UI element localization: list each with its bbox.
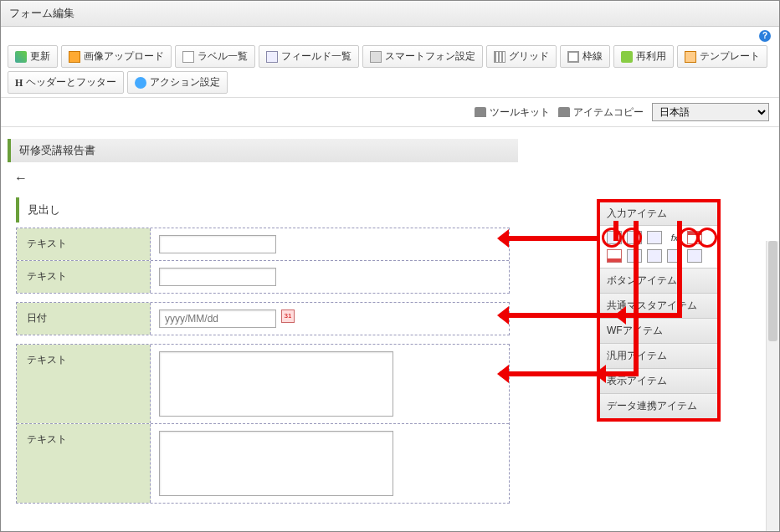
main-canvas: 研修受講報告書 ← 見出し テキスト テキスト 日付	[1, 127, 779, 524]
image-icon	[69, 51, 80, 63]
field-icon	[266, 51, 278, 63]
field-label: テキスト	[17, 424, 151, 503]
text-input[interactable]	[159, 235, 276, 253]
window-title: フォーム編集	[1, 1, 779, 27]
field-group-1: テキスト テキスト	[16, 228, 510, 294]
palette-category-list: ボタンアイテム 共通マスタアイテム WFアイテム 汎用アイテム 表示アイテム デ…	[600, 268, 717, 418]
field-list-label: フィールド一覧	[281, 49, 352, 64]
template-icon	[685, 51, 696, 63]
header-footer-button[interactable]: Hヘッダーとフッター	[8, 71, 124, 94]
annotation-arrow	[500, 236, 597, 241]
vertical-scrollbar[interactable]	[766, 241, 779, 531]
image-upload-label: 画像アップロード	[84, 49, 164, 64]
section-header: 見出し	[16, 197, 510, 223]
palette-category[interactable]: データ連携アイテム	[600, 393, 717, 418]
field-label: 日付	[17, 303, 151, 335]
grid-label: グリッド	[509, 49, 549, 64]
annotation-arrow	[597, 371, 637, 376]
label-icon	[182, 51, 194, 63]
reuse-button[interactable]: 再利用	[613, 45, 674, 68]
refresh-icon	[15, 51, 27, 63]
field-list-button[interactable]: フィールド一覧	[259, 45, 359, 68]
action-settings-button[interactable]: アクション設定	[127, 71, 228, 94]
header-footer-label: ヘッダーとフッター	[26, 75, 116, 90]
annotation-arrow	[500, 371, 597, 376]
header-footer-icon: H	[15, 77, 23, 89]
image-upload-button[interactable]: 画像アップロード	[61, 45, 172, 68]
template-label: テンプレート	[700, 49, 760, 64]
field-row[interactable]: テキスト	[17, 228, 509, 261]
field-label: テキスト	[17, 228, 151, 260]
annotation-arrow	[617, 313, 680, 318]
textarea-input[interactable]	[159, 431, 393, 496]
field-row[interactable]: テキスト	[17, 424, 509, 503]
palette-category[interactable]: 汎用アイテム	[600, 343, 717, 368]
item-copy-label: アイテムコピー	[573, 105, 644, 120]
border-button[interactable]: 枠線	[560, 45, 610, 68]
item-copy-icon	[558, 107, 570, 117]
border-icon	[567, 51, 579, 63]
textarea-input[interactable]	[159, 351, 393, 417]
action-icon	[135, 77, 146, 89]
refresh-label: 更新	[30, 49, 50, 64]
annotation-circle	[697, 228, 717, 248]
phone-icon	[370, 51, 382, 63]
refresh-button[interactable]: 更新	[8, 45, 58, 68]
annotation-arrow	[500, 313, 617, 318]
label-list-button[interactable]: ラベル一覧	[175, 45, 255, 68]
field-group-3: テキスト テキスト	[16, 344, 510, 504]
annotation-circle	[602, 228, 622, 248]
palette-category[interactable]: ボタンアイテム	[600, 268, 717, 293]
field-row[interactable]: テキスト	[17, 261, 509, 293]
toolkit-icon	[475, 107, 486, 117]
palette-chart-icon[interactable]	[607, 249, 622, 263]
back-arrow-icon[interactable]: ←	[14, 171, 28, 185]
language-select[interactable]: 日本語	[652, 103, 769, 121]
label-list-label: ラベル一覧	[198, 49, 248, 64]
field-group-2: 日付 31	[16, 302, 510, 335]
action-settings-label: アクション設定	[150, 75, 220, 90]
help-icon[interactable]: ?	[759, 30, 771, 42]
grid-button[interactable]: グリッド	[486, 45, 557, 68]
palette-item-icon[interactable]	[687, 249, 702, 263]
palette-item-icon[interactable]	[647, 249, 662, 263]
sub-toolbar: ツールキット アイテムコピー 日本語	[1, 98, 779, 127]
field-label: テキスト	[17, 345, 151, 423]
smartphone-label: スマートフォン設定	[385, 49, 475, 64]
item-copy-button[interactable]: アイテムコピー	[558, 105, 644, 120]
field-row[interactable]: 日付 31	[17, 303, 509, 335]
smartphone-button[interactable]: スマートフォン設定	[362, 45, 483, 68]
reuse-label: 再利用	[636, 49, 666, 64]
form-canvas: 研修受講報告書 ← 見出し テキスト テキスト 日付	[8, 139, 518, 512]
scrollbar-thumb[interactable]	[768, 241, 777, 341]
date-input[interactable]	[159, 309, 276, 328]
annotation-arrow	[677, 221, 682, 318]
palette-number-icon[interactable]	[647, 231, 662, 244]
annotation-arrow	[634, 221, 639, 376]
main-toolbar: 更新 画像アップロード ラベル一覧 フィールド一覧 スマートフォン設定 グリッド…	[1, 42, 779, 98]
field-label: テキスト	[17, 261, 151, 293]
template-button[interactable]: テンプレート	[677, 45, 767, 68]
annotation-circle	[622, 228, 642, 248]
field-row[interactable]: テキスト	[17, 345, 509, 424]
reuse-icon	[621, 51, 633, 63]
toolkit-button[interactable]: ツールキット	[475, 105, 550, 120]
form-title: 研修受講報告書	[8, 139, 518, 162]
toolkit-label: ツールキット	[490, 105, 550, 120]
text-input[interactable]	[159, 268, 276, 286]
grid-icon	[494, 51, 505, 63]
border-label: 枠線	[582, 49, 603, 64]
annotation-arrow	[613, 221, 618, 241]
calendar-icon[interactable]: 31	[281, 309, 295, 323]
